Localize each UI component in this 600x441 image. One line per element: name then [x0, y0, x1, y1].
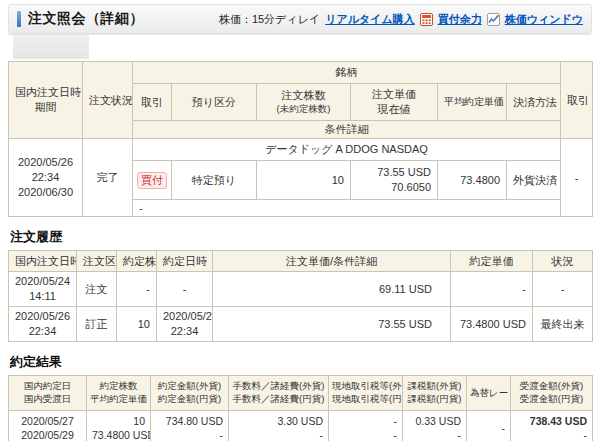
col-quantity: 注文株数 (未約定株数) — [257, 84, 351, 121]
settlement-cell: 外貨決済 — [507, 161, 561, 200]
stock-chart-icon — [487, 13, 500, 26]
execution-results-title: 約定結果 — [10, 353, 592, 371]
fees-cell: 3.30 USD - — [229, 411, 329, 441]
history-status-cell: 最終出来 — [533, 307, 593, 342]
execution-row: 2020/05/27 2020/05/29 10 73.4800 USD 734… — [9, 411, 593, 441]
col-order-price: 注文単価 現在値 — [351, 84, 438, 121]
calculator-icon — [420, 13, 433, 26]
order-datetime-cell: 2020/05/26 22:34 2020/06/30 — [9, 139, 83, 217]
col-history-datetime: 国内注文日時 — [9, 251, 77, 272]
col-history-qty: 約定株数 — [117, 251, 157, 272]
col-order-datetime: 国内注文日時 期間 — [9, 62, 83, 139]
settlement-amount-cell: 738.43 USD - — [511, 411, 593, 441]
col-fees: 手数料／諸経費(外貨) 手数料／諸経費(円貨) — [229, 376, 329, 411]
history-price-cell: 69.11 USD — [213, 272, 451, 307]
exec-qty-price-cell: 10 73.4800 USD — [87, 411, 151, 441]
order-status-cell: 完了 — [83, 139, 133, 217]
history-type-cell: 注文 — [77, 272, 117, 307]
col-settlement: 決済方法 — [507, 84, 561, 121]
history-status-cell: - — [533, 272, 593, 307]
col-avg-exec-price: 平均約定単価 — [438, 84, 507, 121]
history-exec-datetime-cell: - — [157, 272, 213, 307]
header-toolbar: 株価：15分ディレイ リアルタイム購入 買付余力 — [219, 12, 583, 27]
history-exec-datetime-cell: 2020/05/26 22:34 — [157, 307, 213, 342]
price-window-link[interactable]: 株価ウィンドウ — [505, 12, 583, 27]
exec-amount-cell: 734.80 USD - — [151, 411, 229, 441]
col-order-status: 注文状況 — [83, 62, 133, 139]
order-history-table: 国内注文日時 注文区分 約定株数 約定日時 注文単価/条件詳細 約定単価 状況 … — [8, 250, 593, 342]
col-exchange-rate: 為替レート — [467, 376, 511, 411]
history-exec-price-cell: - — [451, 272, 533, 307]
col-condition-detail: 条件詳細 — [133, 121, 561, 139]
order-inquiry-page: 注文照会（詳細） 株価：15分ディレイ リアルタイム購入 買付余力 — [0, 0, 600, 441]
col-stock-group: 銘柄 — [133, 62, 561, 84]
execution-results-table: 国内約定日 国内受渡日 約定株数 平均約定単価 約定金額(外貨) 約定金額(円貨… — [8, 375, 593, 441]
history-date-cell: 2020/05/26 22:34 — [9, 307, 77, 342]
col-history-price-condition: 注文単価/条件詳細 — [213, 251, 451, 272]
price-delay-label: 株価：15分ディレイ — [219, 12, 320, 27]
col-history-exec-price: 約定単価 — [451, 251, 533, 272]
history-qty-cell: 10 — [117, 307, 157, 342]
buy-badge: 買付 — [137, 172, 167, 189]
history-exec-price-cell: 73.4800 USD — [451, 307, 533, 342]
avg-exec-price-cell: 73.4800 — [438, 161, 507, 200]
history-row: 2020/05/26 22:34 訂正 10 2020/05/26 22:34 … — [9, 307, 593, 342]
order-history-title: 注文履歴 — [10, 228, 592, 246]
condition-cell: - — [133, 200, 561, 217]
history-row: 2020/05/24 14:11 注文 - - 69.11 USD - - — [9, 272, 593, 307]
col-exec-date: 国内約定日 国内受渡日 — [9, 376, 87, 411]
exec-date-cell: 2020/05/27 2020/05/29 — [9, 411, 87, 441]
col-tax-amount: 課税額(外貨) 課税額(円貨) — [403, 376, 467, 411]
price-cell: 73.55 USD 70.6050 — [351, 161, 438, 200]
local-tax-cell: - - — [329, 411, 403, 441]
col-trade-right: 取引 — [561, 62, 593, 139]
history-date-cell: 2020/05/24 14:11 — [9, 272, 77, 307]
deposit-type-cell: 特定預り — [172, 161, 257, 200]
tax-amount-cell: 0.33 USD - — [403, 411, 467, 441]
tab-strip — [8, 34, 592, 60]
col-deposit-type: 預り区分 — [172, 84, 257, 121]
col-history-status: 状況 — [533, 251, 593, 272]
exchange-rate-cell: - — [467, 411, 511, 441]
trade-right-cell: - — [561, 139, 593, 217]
realtime-purchase-link[interactable]: リアルタイム購入 — [325, 12, 415, 27]
history-type-cell: 訂正 — [77, 307, 117, 342]
buying-power-link[interactable]: 買付余力 — [438, 12, 482, 27]
history-price-cell: 73.55 USD — [213, 307, 451, 342]
stock-name-cell: データドッグ A DDOG NASDAQ — [133, 139, 561, 161]
order-detail-table: 国内注文日時 期間 注文状況 銘柄 取引 取引 預り区分 注文株数 (未約定株数… — [8, 61, 593, 217]
col-local-tax: 現地取引税等(外貨) 現地取引税等(円貨) — [329, 376, 403, 411]
trade-type-cell: 買付 — [133, 161, 172, 200]
col-settlement-amount: 受渡金額(外貨) 受渡金額(円貨) — [511, 376, 593, 411]
page-header: 注文照会（詳細） 株価：15分ディレイ リアルタイム購入 買付余力 — [8, 4, 592, 34]
col-exec-amount: 約定金額(外貨) 約定金額(円貨) — [151, 376, 229, 411]
tab-strip-divider — [8, 34, 592, 35]
col-exec-qty-price: 約定株数 平均約定単価 — [87, 376, 151, 411]
col-history-type: 注文区分 — [77, 251, 117, 272]
col-trade: 取引 — [133, 84, 172, 121]
page-title: 注文照会（詳細） — [28, 10, 144, 28]
title-accent-bar — [17, 11, 21, 27]
quantity-cell: 10 — [257, 161, 351, 200]
inactive-tab — [13, 35, 89, 59]
col-history-exec-datetime: 約定日時 — [157, 251, 213, 272]
history-qty-cell: - — [117, 272, 157, 307]
